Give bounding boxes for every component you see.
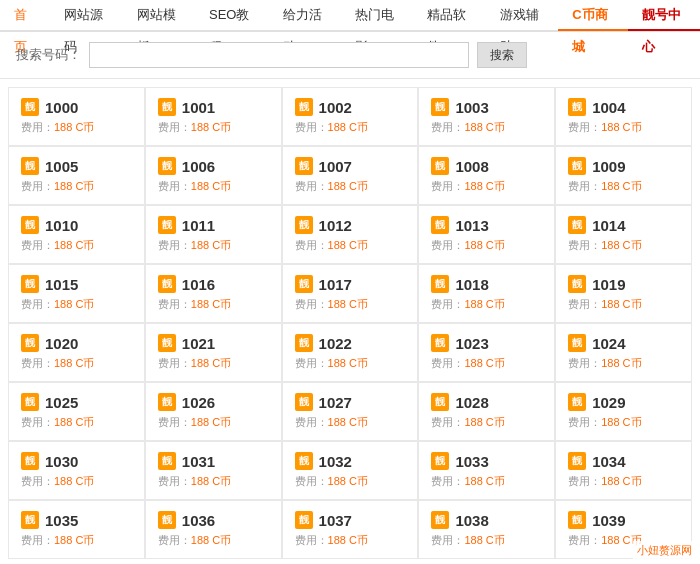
item-number: 1024: [592, 335, 625, 352]
item-price: 费用：188 C币: [431, 179, 542, 194]
grid-cell[interactable]: 靓 1021 费用：188 C币: [145, 323, 282, 382]
grid-cell[interactable]: 靓 1017 费用：188 C币: [282, 264, 419, 323]
grid-cell[interactable]: 靓 1023 费用：188 C币: [418, 323, 555, 382]
item-number: 1019: [592, 276, 625, 293]
grid-cell[interactable]: 靓 1004 费用：188 C币: [555, 87, 692, 146]
item-icon: 靓: [21, 452, 39, 470]
grid-cell[interactable]: 靓 1030 费用：188 C币: [8, 441, 145, 500]
item-number: 1023: [455, 335, 488, 352]
item-price: 费用：188 C币: [568, 474, 679, 489]
item-icon: 靓: [431, 511, 449, 529]
nav-activity[interactable]: 给力活动: [269, 0, 341, 31]
nav-movie[interactable]: 热门电影: [341, 0, 413, 31]
item-number: 1037: [319, 512, 352, 529]
item-price: 费用：188 C币: [21, 297, 132, 312]
watermark: 小妞赘源网: [633, 541, 696, 560]
grid-cell[interactable]: 靓 1010 费用：188 C币: [8, 205, 145, 264]
grid-cell[interactable]: 靓 1020 费用：188 C币: [8, 323, 145, 382]
grid-cell[interactable]: 靓 1038 费用：188 C币: [418, 500, 555, 559]
item-price: 费用：188 C币: [568, 297, 679, 312]
item-number: 1007: [319, 158, 352, 175]
grid-cell[interactable]: 靓 1003 费用：188 C币: [418, 87, 555, 146]
item-icon: 靓: [158, 98, 176, 116]
grid-cell[interactable]: 靓 1014 费用：188 C币: [555, 205, 692, 264]
item-price: 费用：188 C币: [431, 415, 542, 430]
grid-cell[interactable]: 靓 1019 费用：188 C币: [555, 264, 692, 323]
item-number: 1015: [45, 276, 78, 293]
grid-cell[interactable]: 靓 1009 费用：188 C币: [555, 146, 692, 205]
item-price: 费用：188 C币: [295, 179, 406, 194]
item-icon: 靓: [568, 334, 586, 352]
search-button[interactable]: 搜索: [477, 42, 527, 68]
nav-home[interactable]: 首页: [0, 0, 50, 31]
grid-cell[interactable]: 靓 1037 费用：188 C币: [282, 500, 419, 559]
grid-cell[interactable]: 靓 1016 费用：188 C币: [145, 264, 282, 323]
grid-cell[interactable]: 靓 1025 费用：188 C币: [8, 382, 145, 441]
grid-cell[interactable]: 靓 1018 费用：188 C币: [418, 264, 555, 323]
item-icon: 靓: [158, 511, 176, 529]
grid-cell[interactable]: 靓 1032 费用：188 C币: [282, 441, 419, 500]
grid-cell[interactable]: 靓 1015 费用：188 C币: [8, 264, 145, 323]
item-icon: 靓: [431, 275, 449, 293]
item-number: 1036: [182, 512, 215, 529]
item-icon: 靓: [21, 511, 39, 529]
grid-cell[interactable]: 靓 1012 费用：188 C币: [282, 205, 419, 264]
search-bar: 搜索号码： 搜索: [0, 32, 700, 79]
grid-cell[interactable]: 靓 1001 费用：188 C币: [145, 87, 282, 146]
item-icon: 靓: [568, 157, 586, 175]
item-icon: 靓: [431, 98, 449, 116]
nav-nice-num[interactable]: 靓号中心: [628, 0, 700, 31]
grid-cell[interactable]: 靓 1011 费用：188 C币: [145, 205, 282, 264]
nav-source[interactable]: 网站源码: [50, 0, 122, 31]
item-number: 1038: [455, 512, 488, 529]
item-price: 费用：188 C币: [21, 356, 132, 371]
nav-game[interactable]: 游戏辅助: [486, 0, 558, 31]
grid-cell[interactable]: 靓 1034 费用：188 C币: [555, 441, 692, 500]
grid-cell[interactable]: 靓 1007 费用：188 C币: [282, 146, 419, 205]
items-grid-container: 靓 1000 费用：188 C币 靓 1001 费用：188 C币 靓 1002…: [0, 79, 700, 564]
item-icon: 靓: [568, 393, 586, 411]
item-number: 1006: [182, 158, 215, 175]
search-input[interactable]: [89, 42, 469, 68]
grid-cell[interactable]: 靓 1033 费用：188 C币: [418, 441, 555, 500]
item-price: 费用：188 C币: [158, 474, 269, 489]
grid-cell[interactable]: 靓 1029 费用：188 C币: [555, 382, 692, 441]
item-price: 费用：188 C币: [21, 179, 132, 194]
item-icon: 靓: [295, 157, 313, 175]
item-price: 费用：188 C币: [431, 356, 542, 371]
grid-cell[interactable]: 靓 1031 费用：188 C币: [145, 441, 282, 500]
nav-coin-mall[interactable]: C币商城: [558, 0, 627, 31]
grid-cell[interactable]: 靓 1024 费用：188 C币: [555, 323, 692, 382]
item-number: 1029: [592, 394, 625, 411]
grid-cell[interactable]: 靓 1000 费用：188 C币: [8, 87, 145, 146]
grid-cell[interactable]: 靓 1005 费用：188 C币: [8, 146, 145, 205]
nav-template[interactable]: 网站模板: [123, 0, 195, 31]
item-number: 1004: [592, 99, 625, 116]
item-price: 费用：188 C币: [431, 238, 542, 253]
grid-cell[interactable]: 靓 1013 费用：188 C币: [418, 205, 555, 264]
item-number: 1018: [455, 276, 488, 293]
item-number: 1002: [319, 99, 352, 116]
item-icon: 靓: [295, 511, 313, 529]
grid-cell[interactable]: 靓 1035 费用：188 C币: [8, 500, 145, 559]
grid-cell[interactable]: 靓 1028 费用：188 C币: [418, 382, 555, 441]
nav-software[interactable]: 精品软件: [413, 0, 485, 31]
item-price: 费用：188 C币: [431, 120, 542, 135]
grid-cell[interactable]: 靓 1008 费用：188 C币: [418, 146, 555, 205]
grid-cell[interactable]: 靓 1027 费用：188 C币: [282, 382, 419, 441]
nav-seo[interactable]: SEO教程: [195, 0, 269, 31]
item-number: 1027: [319, 394, 352, 411]
item-icon: 靓: [21, 216, 39, 234]
item-price: 费用：188 C币: [295, 297, 406, 312]
item-price: 费用：188 C币: [568, 238, 679, 253]
grid-cell[interactable]: 靓 1022 费用：188 C币: [282, 323, 419, 382]
item-number: 1012: [319, 217, 352, 234]
item-number: 1022: [319, 335, 352, 352]
grid-cell[interactable]: 靓 1026 费用：188 C币: [145, 382, 282, 441]
item-icon: 靓: [158, 334, 176, 352]
grid-cell[interactable]: 靓 1002 费用：188 C币: [282, 87, 419, 146]
grid-cell[interactable]: 靓 1036 费用：188 C币: [145, 500, 282, 559]
item-price: 费用：188 C币: [158, 533, 269, 548]
item-icon: 靓: [21, 157, 39, 175]
grid-cell[interactable]: 靓 1006 费用：188 C币: [145, 146, 282, 205]
